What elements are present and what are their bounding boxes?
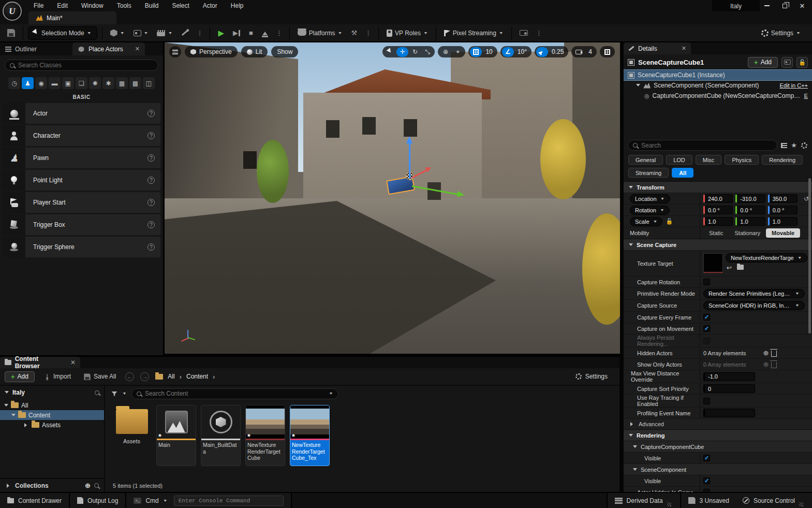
filter-lod[interactable]: LOD (666, 155, 692, 165)
category-all-icon[interactable]: ◫ (143, 77, 155, 89)
view-mode-button[interactable]: Lit (241, 46, 268, 57)
gizmo-z-axis[interactable] (409, 140, 410, 178)
rotation-y-field[interactable]: 0.0 ° (735, 206, 765, 214)
tab-place-actors[interactable]: Place Actors ✕ (72, 42, 145, 55)
asset-tile-main-builtdata[interactable]: Main_BuiltData (201, 405, 241, 466)
collections-bar[interactable]: Collections ⊕ (0, 478, 104, 492)
category-cinematic-icon[interactable]: ▬ (49, 77, 61, 89)
place-actor-item-pawn[interactable]: ♟ Pawn (3, 148, 160, 168)
favorites-icon[interactable]: ★ (791, 141, 797, 149)
capture-tool-button[interactable] (516, 26, 531, 39)
help-icon[interactable] (147, 132, 155, 139)
texture-target-dropdown[interactable]: NewTextureRenderTarge ▼ (726, 253, 807, 263)
settings-button[interactable]: Settings ▼ (758, 26, 804, 39)
tab-content-browser[interactable]: Content Browser ✕ (0, 357, 80, 368)
capture-tool-menu[interactable]: ⋮ (534, 29, 544, 37)
search-content-input[interactable]: Search Content ▼ (131, 388, 338, 399)
rotation-snap-value[interactable]: 10° (514, 48, 530, 55)
content-browser-settings-button[interactable]: Settings (575, 373, 615, 380)
asset-tile-render-target-cube-tex[interactable]: * NewTexture RenderTarget Cube_Tex (290, 405, 330, 466)
help-icon[interactable] (147, 177, 155, 184)
help-icon[interactable] (147, 154, 155, 162)
scale-tool-button[interactable]: ⤡ (421, 47, 433, 57)
advanced-expander[interactable]: Advanced (624, 418, 812, 429)
filter-funnel-icon[interactable] (111, 391, 117, 396)
place-actor-item-point-light[interactable]: Point Light (3, 170, 160, 191)
scale-z-field[interactable]: 1.0 (768, 217, 798, 226)
texture-target-thumbnail[interactable] (703, 253, 723, 273)
stop-button[interactable]: ■ (246, 26, 256, 39)
menu-build[interactable]: Build (138, 0, 166, 11)
sketch-tool-button[interactable] (178, 26, 191, 39)
mobility-movable-button[interactable]: Movable (766, 228, 800, 238)
back-button[interactable]: ← (125, 372, 134, 381)
viewport-options-menu[interactable] (169, 46, 181, 57)
place-actor-item-trigger-sphere[interactable]: Trigger Sphere (3, 237, 160, 257)
sources-header[interactable]: Italy (0, 386, 104, 399)
category-geometry-icon[interactable]: ▩ (129, 77, 141, 89)
edit-in-cpp-link[interactable]: Edit in C++ (780, 82, 808, 89)
select-tool-button[interactable] (384, 47, 396, 57)
breadcrumb-all[interactable]: All (168, 373, 174, 380)
close-tab-icon[interactable]: ✕ (135, 46, 140, 52)
max-view-distance-field[interactable]: -1.0 (703, 372, 755, 381)
filter-all[interactable]: All (672, 168, 693, 178)
cmd-label[interactable]: Cmd (145, 497, 158, 504)
category-effects-icon[interactable]: ✺ (89, 77, 101, 89)
scale-lock-icon[interactable]: 🔓 (666, 218, 673, 225)
capture-rotation-checkbox[interactable] (703, 279, 710, 285)
tab-outliner[interactable]: Outliner (0, 42, 72, 55)
mobility-stationary-button[interactable]: Stationary (729, 228, 766, 238)
source-control-label[interactable]: Source Control (754, 497, 795, 504)
search-icon[interactable] (94, 483, 99, 488)
gizmo-x-axis[interactable] (411, 168, 430, 178)
asset-tile-main[interactable]: * Main (156, 405, 196, 466)
help-icon[interactable] (147, 110, 155, 117)
tab-details[interactable]: Details ✕ (624, 42, 691, 54)
output-log-button[interactable]: Output Log (70, 493, 126, 508)
vp-roles-button[interactable]: VP Roles ▼ (383, 26, 431, 39)
frame-skip-button[interactable]: ▶ (230, 26, 243, 39)
capture-every-frame-checkbox[interactable] (703, 314, 710, 321)
rotation-snap-toggle[interactable]: ∠ (502, 47, 514, 57)
camera-speed-button[interactable] (573, 47, 585, 57)
edit-link-truncated[interactable]: E (804, 93, 808, 99)
level-tab-main[interactable]: Main* (28, 11, 116, 24)
asset-tile-assets-folder[interactable]: Assets (112, 405, 152, 447)
details-search-input[interactable]: Search (628, 140, 777, 151)
help-icon[interactable] (147, 199, 155, 206)
save-all-button[interactable]: Save All (80, 370, 119, 383)
capture-on-movement-checkbox[interactable] (703, 325, 710, 332)
play-button[interactable]: ▶ (215, 26, 227, 39)
add-actor-button[interactable]: ▼ (107, 26, 128, 39)
perspective-button[interactable]: Perspective (185, 46, 238, 57)
console-command-input[interactable]: Enter Console Command (174, 496, 284, 506)
lock-details-button[interactable]: 🔓 (796, 57, 808, 68)
minimize-button[interactable] (758, 0, 776, 11)
play-options-menu[interactable]: ⋮ (274, 29, 285, 37)
multi-user-button[interactable]: ⚒ (348, 26, 360, 39)
category-basic-icon[interactable]: ♟ (22, 77, 34, 89)
help-icon[interactable] (147, 243, 155, 251)
level-viewport[interactable]: Perspective Lit Show ✛ ↻ ⤡ ⊕ ⌖ (165, 42, 620, 354)
world-space-toggle[interactable]: ⊕ (439, 47, 451, 57)
component-row-capture-component[interactable]: ◎ CaptureComponentCube (NewSceneCaptureC… (624, 91, 812, 101)
filter-physics[interactable]: Physics (725, 155, 759, 165)
close-tab-icon[interactable]: ✕ (70, 359, 76, 366)
mobility-static-button[interactable]: Static (703, 228, 729, 238)
menu-tools[interactable]: Tools (110, 0, 138, 11)
filter-general[interactable]: General (628, 155, 663, 165)
close-button[interactable]: ✕ (793, 0, 811, 11)
grid-snap-value[interactable]: 10 (482, 48, 495, 55)
details-settings-icon[interactable] (801, 142, 807, 149)
subsection-scene-component[interactable]: SceneComponent (624, 463, 812, 475)
menu-help[interactable]: Help (224, 0, 250, 11)
filter-streaming[interactable]: Streaming (628, 168, 669, 178)
menu-actor[interactable]: Actor (196, 0, 224, 11)
tree-node-content[interactable]: Content (0, 410, 104, 420)
pixel-streaming-button[interactable]: Pixel Streaming ▼ (441, 26, 507, 39)
translate-tool-button[interactable]: ✛ (396, 47, 408, 57)
scale-snap-value[interactable]: 0.25 (549, 48, 567, 55)
visible-checkbox[interactable] (703, 477, 710, 484)
scale-x-field[interactable]: 1.0 (703, 217, 733, 226)
